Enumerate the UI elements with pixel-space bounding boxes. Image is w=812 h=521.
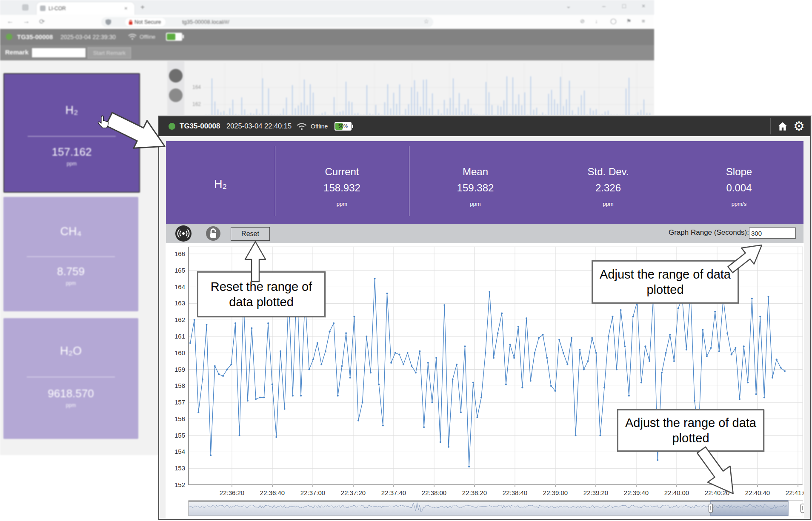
new-tab-button[interactable]: + — [140, 3, 145, 11]
chart-toolbar: Reset Graph Range (Seconds): — [166, 224, 803, 243]
bookmark-star-icon[interactable]: ☆ — [423, 18, 429, 25]
shield-icon[interactable]: ⊘ — [580, 18, 585, 24]
broadcast-icon[interactable] — [169, 69, 183, 83]
battery-percent: 50% — [335, 123, 352, 128]
gear-icon[interactable]: ⚙ — [793, 120, 805, 133]
stat-current: Current 158.932 ppm — [275, 141, 409, 224]
callout-text: Adjust the range of data plotted — [618, 415, 763, 446]
tab-list-chevron-icon[interactable]: ⌄ — [566, 3, 571, 9]
minimize-button[interactable]: – — [602, 3, 606, 9]
browser-tab-strip: LI-COR × + ⌄ – □ × — [0, 0, 654, 15]
battery-icon: 50% — [335, 122, 352, 131]
forward-icon[interactable]: → — [23, 17, 30, 25]
svg-text:163: 163 — [174, 299, 185, 307]
background-icon-strip — [167, 61, 184, 117]
unlock-icon[interactable] — [206, 226, 220, 241]
svg-text:22:36:20: 22:36:20 — [220, 489, 244, 496]
insecure-lock-icon — [129, 20, 133, 25]
navigator-handle[interactable] — [801, 504, 804, 512]
connection-status: Offline — [140, 34, 155, 40]
lock-icon[interactable] — [169, 88, 183, 102]
graph-range-label: Graph Range (Seconds): — [669, 228, 749, 237]
gas-formula: H₂ — [4, 104, 139, 117]
device-timestamp: 2025-03-04 22:40:15 — [226, 122, 292, 130]
maximize-button[interactable]: □ — [622, 3, 626, 9]
svg-text:166: 166 — [174, 250, 185, 257]
background-mini-chart — [203, 63, 654, 117]
bookmark-flag-icon[interactable]: ⚑ — [626, 18, 632, 24]
svg-text:22:37:20: 22:37:20 — [341, 489, 366, 496]
start-remark-button[interactable]: Start Remark — [88, 47, 131, 59]
card-divider — [27, 256, 115, 257]
broadcast-icon[interactable] — [175, 225, 192, 242]
stat-value: 2.326 — [542, 182, 675, 194]
address-bar[interactable]: Not Secure tg35-00008.local/#/ ☆ — [101, 17, 433, 27]
reset-button[interactable]: Reset — [231, 227, 270, 241]
callout-reset: Reset the range of data plotted — [197, 271, 326, 317]
battery-nub — [352, 125, 353, 128]
svg-text:154: 154 — [174, 448, 185, 455]
titlebar-divider — [770, 118, 771, 134]
stat-value: 158.932 — [275, 182, 409, 194]
gas-formula: CH₄ — [3, 225, 138, 238]
svg-text:22:38:40: 22:38:40 — [503, 489, 527, 496]
connection-status: Offline — [311, 123, 328, 130]
stat-stddev: Std. Dev. 2.326 ppm — [542, 141, 675, 224]
svg-text:22:41:00: 22:41:00 — [786, 489, 804, 496]
svg-text:161: 161 — [174, 333, 185, 340]
stat-value: 0.004 — [675, 182, 803, 194]
tab-close-icon[interactable]: × — [124, 5, 128, 11]
svg-text:22:40:20: 22:40:20 — [705, 489, 729, 496]
wifi-icon — [128, 33, 137, 40]
svg-text:22:39:00: 22:39:00 — [543, 489, 568, 496]
card-divider — [27, 377, 115, 377]
menu-icon[interactable]: ≡ — [642, 18, 645, 24]
stat-unit: ppm — [542, 201, 675, 207]
stat-unit: ppm — [275, 201, 409, 207]
site-info-shield-icon[interactable] — [106, 19, 111, 25]
home-icon[interactable] — [777, 121, 788, 131]
remark-bar: Remark Start Remark — [0, 45, 654, 60]
svg-text:22:40:40: 22:40:40 — [745, 489, 770, 496]
gas-card-ch4[interactable]: CH₄ 8.759 ppm — [3, 197, 138, 311]
callout-adjust-top: Adjust the range of data plotted — [592, 260, 739, 304]
remark-label: Remark — [5, 48, 29, 56]
gas-value: 9618.570 — [3, 387, 138, 400]
background-app-header: TG35-00008 2025-03-04 22:39:30 Offline — [0, 29, 654, 45]
back-icon[interactable]: ← — [7, 17, 14, 25]
stat-slope: Slope 0.004 ppm/s — [675, 141, 803, 224]
tab-title: LI-COR — [49, 6, 66, 11]
stat-mean: Mean 159.382 ppm — [409, 141, 542, 224]
svg-text:159: 159 — [174, 366, 185, 373]
profile-icon[interactable]: ◯ — [610, 18, 617, 24]
wifi-icon — [296, 122, 307, 131]
reload-icon[interactable]: ⟳ — [39, 17, 45, 26]
gas-card-h2o[interactable]: H₂O 9618.570 ppm — [3, 318, 138, 439]
range-navigator[interactable] — [189, 501, 804, 516]
battery-icon — [166, 33, 182, 41]
app-window: TG35-00008 2025-03-04 22:40:15 Offline 5… — [158, 116, 811, 520]
svg-text:22:39:40: 22:39:40 — [624, 489, 649, 496]
device-name: TG35-00008 — [180, 122, 220, 131]
gas-formula: H₂O — [3, 344, 138, 358]
url-text: tg35-00008.local/#/ — [182, 19, 229, 25]
status-dot — [6, 34, 12, 40]
browser-tab[interactable]: LI-COR × — [37, 2, 134, 15]
svg-text:22:39:20: 22:39:20 — [583, 489, 608, 496]
callout-adjust-bottom: Adjust the range of data plotted — [617, 409, 764, 452]
close-button[interactable]: × — [642, 3, 645, 9]
gas-card-h2[interactable]: H₂ 157.162 ppm — [3, 73, 140, 193]
graph-range-input[interactable] — [749, 228, 796, 239]
remark-input[interactable] — [31, 48, 86, 58]
not-secure-chip[interactable]: Not Secure — [125, 18, 166, 26]
svg-text:165: 165 — [174, 267, 185, 274]
stat-label: Slope — [675, 166, 803, 178]
stat-label: Mean — [409, 166, 542, 178]
download-icon[interactable]: ↓ — [595, 18, 598, 24]
stat-label: Current — [275, 166, 409, 178]
stat-value: 159.382 — [409, 182, 542, 194]
card-divider — [28, 136, 116, 137]
tab-search-icon[interactable] — [22, 4, 29, 11]
window-titlebar: TG35-00008 2025-03-04 22:40:15 Offline 5… — [159, 117, 810, 136]
svg-text:155: 155 — [174, 432, 185, 439]
